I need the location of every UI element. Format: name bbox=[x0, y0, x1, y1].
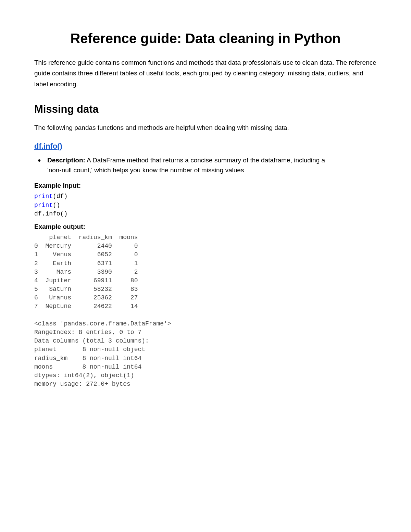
method-link-dfinfo[interactable]: df.info() bbox=[34, 142, 62, 151]
intro-paragraph: This reference guide contains common fun… bbox=[34, 57, 377, 89]
keyword-print: print bbox=[34, 193, 53, 200]
code-text: (df) bbox=[53, 193, 67, 200]
description-text: A DataFrame method that returns a concis… bbox=[47, 157, 325, 174]
code-text: () bbox=[53, 202, 60, 209]
page-title: Reference guide: Data cleaning in Python bbox=[34, 31, 377, 46]
description-label: Description: bbox=[47, 157, 85, 164]
section-description: The following pandas functions and metho… bbox=[34, 122, 377, 133]
keyword-print: print bbox=[34, 202, 53, 209]
example-output-text: planet radius_km moons 0 Mercury 2440 0 … bbox=[34, 233, 377, 388]
example-output-heading: Example output: bbox=[34, 223, 377, 231]
example-input-heading: Example input: bbox=[34, 182, 377, 189]
code-text: df.info() bbox=[34, 210, 67, 217]
section-heading-missing-data: Missing data bbox=[34, 103, 377, 115]
example-input-code: print(df) print() df.info() bbox=[34, 192, 377, 218]
description-list: Description: A DataFrame method that ret… bbox=[34, 156, 377, 175]
description-item: Description: A DataFrame method that ret… bbox=[47, 156, 377, 175]
